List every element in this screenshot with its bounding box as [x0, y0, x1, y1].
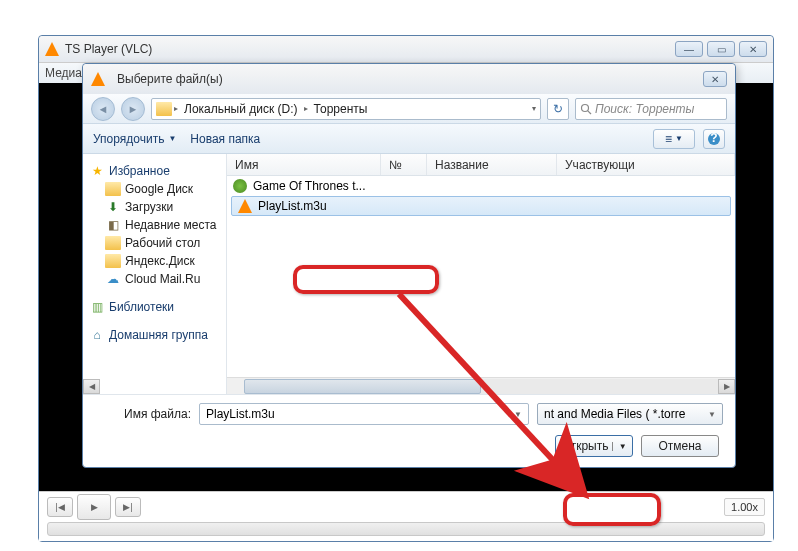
seek-bar[interactable] [47, 522, 765, 536]
scroll-left-button[interactable]: ◀ [83, 379, 100, 394]
vlc-window-title: TS Player (VLC) [65, 42, 675, 56]
tree-libraries[interactable]: ▥Библиотеки [89, 298, 220, 316]
horizontal-scrollbar[interactable]: ◀ ▶ [227, 377, 735, 394]
folder-icon [105, 254, 121, 268]
list-header: Имя № Название Участвующи [227, 154, 735, 176]
search-icon [580, 103, 592, 115]
breadcrumb-level1[interactable]: Локальный диск (D:) [180, 102, 302, 116]
file-row[interactable]: Game Of Thrones t... [227, 176, 735, 196]
file-list: Имя № Название Участвующи Game Of Throne… [227, 154, 735, 394]
library-icon: ▥ [89, 300, 105, 314]
chevron-right-icon: ▸ [174, 104, 178, 113]
dialog-title: Выберите файл(ы) [117, 72, 223, 86]
menu-media[interactable]: Медиа [45, 66, 82, 80]
refresh-button[interactable]: ↻ [547, 98, 569, 120]
vlc-controls: |◀ ▶ ▶| 1.00x [39, 491, 773, 541]
chevron-down-icon: ▼ [708, 410, 716, 419]
organize-menu[interactable]: Упорядочить▼ [93, 132, 176, 146]
view-options-button[interactable]: ≡ ▼ [653, 129, 695, 149]
column-number[interactable]: № [381, 154, 427, 175]
next-button[interactable]: ▶| [115, 497, 141, 517]
playback-speed[interactable]: 1.00x [724, 498, 765, 516]
file-type-filter[interactable]: nt and Media Files ( *.torre ▼ [537, 403, 723, 425]
nav-forward-button[interactable]: ► [121, 97, 145, 121]
open-button[interactable]: Открыть ▼ [555, 435, 633, 457]
nav-back-button[interactable]: ◄ [91, 97, 115, 121]
torrent-icon [233, 179, 247, 193]
help-button[interactable]: ? [703, 129, 725, 149]
tree-cloud-mail[interactable]: ☁Cloud Mail.Ru [89, 270, 220, 288]
search-input[interactable]: Поиск: Торренты [575, 98, 727, 120]
svg-point-0 [582, 104, 589, 111]
download-icon: ⬇ [105, 200, 121, 214]
cancel-button[interactable]: Отмена [641, 435, 719, 457]
svg-line-1 [588, 110, 591, 113]
folder-icon [105, 236, 121, 250]
new-folder-button[interactable]: Новая папка [190, 132, 260, 146]
tree-google-disk[interactable]: Google Диск [89, 180, 220, 198]
folder-icon [156, 102, 172, 116]
column-title[interactable]: Название [427, 154, 557, 175]
tree-yandex[interactable]: Яндекс.Диск [89, 252, 220, 270]
search-placeholder: Поиск: Торренты [595, 102, 694, 116]
star-icon: ★ [89, 164, 105, 178]
chevron-down-icon[interactable]: ▼ [514, 410, 522, 419]
vlc-titlebar: TS Player (VLC) — ▭ ✕ [39, 36, 773, 63]
minimize-button[interactable]: — [675, 41, 703, 57]
tree-favorites[interactable]: ★Избранное [89, 162, 220, 180]
file-name: Game Of Thrones t... [253, 179, 366, 193]
help-icon: ? [707, 132, 721, 146]
dialog-cone-icon [91, 72, 105, 86]
close-button[interactable]: ✕ [739, 41, 767, 57]
chevron-right-icon: ▸ [304, 104, 308, 113]
breadcrumb-level2[interactable]: Торренты [310, 102, 372, 116]
column-name[interactable]: Имя [227, 154, 381, 175]
column-participants[interactable]: Участвующи [557, 154, 735, 175]
maximize-button[interactable]: ▭ [707, 41, 735, 57]
filename-input[interactable]: PlayList.m3u ▼ [199, 403, 529, 425]
tree-recent[interactable]: ◧Недавние места [89, 216, 220, 234]
vlc-cone-icon [45, 42, 59, 56]
cloud-icon: ☁ [105, 272, 121, 286]
chevron-down-icon: ▼ [612, 442, 627, 451]
homegroup-icon: ⌂ [89, 328, 105, 342]
breadcrumb[interactable]: ▸ Локальный диск (D:) ▸ Торренты ▾ [151, 98, 541, 120]
vlc-file-icon [238, 199, 252, 213]
tree-downloads[interactable]: ⬇Загрузки [89, 198, 220, 216]
dialog-titlebar: Выберите файл(ы) ✕ [83, 64, 735, 94]
dialog-nav-bar: ◄ ► ▸ Локальный диск (D:) ▸ Торренты ▾ ↻… [83, 94, 735, 124]
file-name: PlayList.m3u [258, 199, 327, 213]
scroll-thumb[interactable] [244, 379, 481, 394]
play-button[interactable]: ▶ [77, 494, 111, 520]
recent-icon: ◧ [105, 218, 121, 232]
file-row-selected[interactable]: PlayList.m3u [231, 196, 731, 216]
svg-text:?: ? [710, 132, 717, 145]
folder-icon [105, 182, 121, 196]
dialog-toolbar: Упорядочить▼ Новая папка ≡ ▼ ? [83, 124, 735, 154]
dialog-bottom-panel: Имя файла: PlayList.m3u ▼ nt and Media F… [83, 394, 735, 466]
tree-desktop[interactable]: Рабочий стол [89, 234, 220, 252]
tree-homegroup[interactable]: ⌂Домашняя группа [89, 326, 220, 344]
prev-button[interactable]: |◀ [47, 497, 73, 517]
dialog-close-button[interactable]: ✕ [703, 71, 727, 87]
chevron-down-icon[interactable]: ▾ [532, 104, 536, 113]
scroll-right-button[interactable]: ▶ [718, 379, 735, 394]
filename-label: Имя файла: [95, 407, 191, 421]
file-open-dialog: Выберите файл(ы) ✕ ◄ ► ▸ Локальный диск … [82, 63, 736, 468]
navigation-tree: ★Избранное Google Диск ⬇Загрузки ◧Недавн… [83, 154, 227, 394]
